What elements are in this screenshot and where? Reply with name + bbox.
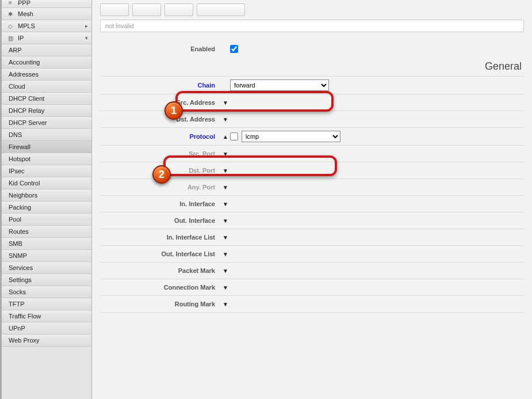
out-interface-label: Out. Interface xyxy=(100,217,221,224)
row-out-interface: Out. Interface ▼ xyxy=(100,212,524,229)
row-packet-mark: Packet Mark ▼ xyxy=(100,263,524,279)
dst-address-label: Dst. Address xyxy=(100,116,221,123)
expand-toggle[interactable]: ▼ xyxy=(221,184,230,191)
toolbar xyxy=(100,3,524,16)
chain-select[interactable]: forward xyxy=(230,79,329,91)
sidebar-item-neighbors[interactable]: Neighbors xyxy=(2,189,91,202)
sidebar-item-label: IP xyxy=(18,35,24,41)
sidebar-item-label: Addresses xyxy=(9,71,39,78)
ip-submenu: ARPAccountingAddressesCloudDHCP ClientDH… xyxy=(2,44,91,347)
toolbar-button[interactable] xyxy=(197,3,245,16)
sidebar-item-arp[interactable]: ARP xyxy=(2,44,91,56)
sidebar-item-label: DHCP Client xyxy=(9,95,44,102)
expand-toggle[interactable]: ▼ xyxy=(221,168,230,174)
section-general: General xyxy=(100,57,524,77)
src-port-label: Src. Port xyxy=(100,150,221,157)
sidebar-item-label: Settings xyxy=(9,276,32,283)
row-src-address: Src. Address ▼ xyxy=(100,94,524,111)
sidebar-item-smb[interactable]: SMB xyxy=(2,238,91,250)
chevron-down-icon: ▾ xyxy=(85,35,88,41)
sidebar-item-label: Hotspot xyxy=(9,155,30,162)
sidebar-item-upnp[interactable]: UPnP xyxy=(2,322,91,335)
sidebar-item-traffic-flow[interactable]: Traffic Flow xyxy=(2,310,91,322)
sidebar-item-addresses[interactable]: Addresses xyxy=(2,69,91,81)
sidebar-item-dhcp-client[interactable]: DHCP Client xyxy=(2,93,91,105)
toolbar-button[interactable] xyxy=(132,3,161,16)
expand-toggle[interactable]: ▼ xyxy=(221,201,230,207)
row-out-interface-list: Out. Interface List ▼ xyxy=(100,246,524,263)
sidebar-item-tftp[interactable]: TFTP xyxy=(2,298,91,310)
sidebar-item-label: Kid Control xyxy=(9,180,40,187)
any-port-label: Any. Port xyxy=(100,184,221,191)
toolbar-button[interactable] xyxy=(100,3,129,16)
sidebar-item-label: SMB xyxy=(9,240,22,247)
sidebar-item-hotspot[interactable]: Hotspot xyxy=(2,153,91,165)
routing-mark-label: Routing Mark xyxy=(100,301,221,307)
sidebar-item-web-proxy[interactable]: Web Proxy xyxy=(2,335,91,347)
protocol-negate-checkbox[interactable] xyxy=(230,132,238,140)
sidebar-item-snmp[interactable]: SNMP xyxy=(2,250,91,262)
ip-icon: ▥ xyxy=(6,34,14,42)
mesh-icon: ✱ xyxy=(6,10,14,18)
sidebar-item-packing[interactable]: Packing xyxy=(2,202,91,214)
main-panel: not invalid Enabled General Chain forwar… xyxy=(92,0,532,399)
protocol-label: Protocol xyxy=(100,133,221,140)
expand-toggle[interactable]: ▼ xyxy=(221,151,230,157)
row-enabled: Enabled xyxy=(100,40,524,57)
sidebar-item-ip[interactable]: ▥ IP ▾ xyxy=(2,32,91,44)
collapse-toggle[interactable]: ▲ xyxy=(221,134,230,140)
sidebar-item-label: Neighbors xyxy=(9,192,37,199)
expand-toggle[interactable]: ▼ xyxy=(221,100,230,106)
sidebar-item-pool[interactable]: Pool xyxy=(2,214,91,226)
sidebar-item-label: Firewall xyxy=(9,143,30,150)
sidebar-item-dns[interactable]: DNS xyxy=(2,129,91,141)
expand-toggle[interactable]: ▼ xyxy=(221,234,230,241)
expand-toggle[interactable]: ▼ xyxy=(221,251,230,257)
dst-port-label: Dst. Port xyxy=(100,167,221,174)
sidebar-item-socks[interactable]: Socks xyxy=(2,286,91,298)
sidebar-item-label: Web Proxy xyxy=(9,337,40,344)
enabled-checkbox[interactable] xyxy=(230,45,238,53)
sidebar-item-kid-control[interactable]: Kid Control xyxy=(2,177,91,189)
sidebar-item-label: TFTP xyxy=(9,301,25,307)
row-in-interface: In. Interface ▼ xyxy=(100,196,524,212)
connection-mark-label: Connection Mark xyxy=(100,284,221,291)
out-interface-list-label: Out. Interface List xyxy=(100,250,221,257)
row-dst-address: Dst. Address ▼ xyxy=(100,111,524,128)
enabled-label: Enabled xyxy=(100,45,221,52)
sidebar-item-label: Mesh xyxy=(18,10,33,17)
expand-toggle[interactable]: ▼ xyxy=(221,218,230,224)
chevron-right-icon: ▸ xyxy=(85,23,88,29)
sidebar-item-mesh[interactable]: ✱ Mesh xyxy=(2,8,91,20)
sidebar-item-mpls[interactable]: ◇ MPLS ▸ xyxy=(2,20,91,32)
sidebar-item-label: PPP xyxy=(18,0,30,6)
sidebar-item-label: ARP xyxy=(9,47,22,54)
sidebar-item-label: Accounting xyxy=(9,59,40,66)
sidebar-item-settings[interactable]: Settings xyxy=(2,274,91,286)
sidebar-item-label: DHCP Server xyxy=(9,119,47,126)
toolbar-button[interactable] xyxy=(164,3,193,16)
src-address-label: Src. Address xyxy=(100,99,221,106)
sidebar-item-ppp[interactable]: ≡ PPP xyxy=(2,0,91,8)
protocol-select[interactable]: icmp xyxy=(242,131,340,142)
sidebar-item-ipsec[interactable]: IPsec xyxy=(2,165,91,177)
expand-toggle[interactable]: ▼ xyxy=(221,268,230,274)
expand-toggle[interactable]: ▼ xyxy=(221,116,230,123)
sidebar-item-routes[interactable]: Routes xyxy=(2,226,91,238)
filter-bar[interactable]: not invalid xyxy=(100,20,524,32)
sidebar-item-label: DHCP Relay xyxy=(9,107,44,114)
row-connection-mark: Connection Mark ▼ xyxy=(100,279,524,296)
sidebar-item-services[interactable]: Services xyxy=(2,262,91,274)
sidebar-item-firewall[interactable]: Firewall xyxy=(2,141,91,153)
expand-toggle[interactable]: ▼ xyxy=(221,284,230,291)
row-protocol: Protocol ▲ icmp xyxy=(100,128,524,146)
sidebar-item-dhcp-server[interactable]: DHCP Server xyxy=(2,117,91,129)
sidebar-item-cloud[interactable]: Cloud xyxy=(2,81,91,93)
mpls-icon: ◇ xyxy=(6,22,14,30)
sidebar-item-label: Socks xyxy=(9,288,26,295)
sidebar-item-label: SNMP xyxy=(9,252,27,259)
expand-toggle[interactable]: ▼ xyxy=(221,301,230,307)
in-interface-label: In. Interface xyxy=(100,200,221,207)
sidebar-item-dhcp-relay[interactable]: DHCP Relay xyxy=(2,105,91,117)
sidebar-item-accounting[interactable]: Accounting xyxy=(2,56,91,69)
